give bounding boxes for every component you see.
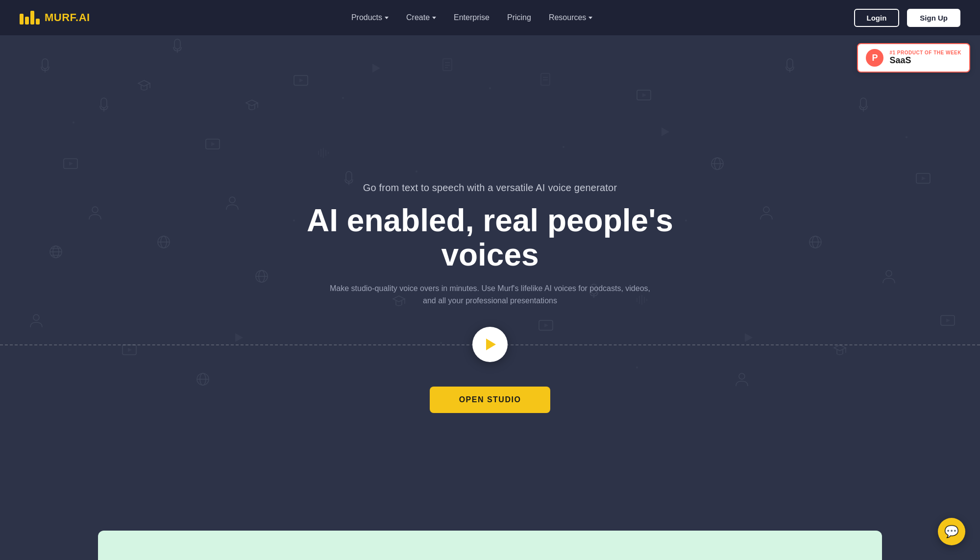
svg-marker-7	[69, 162, 73, 166]
logo-link[interactable]: MURF.AI	[20, 11, 90, 24]
svg-point-46	[711, 158, 723, 170]
svg-marker-35	[922, 176, 926, 180]
chevron-down-icon	[385, 17, 389, 19]
svg-marker-45	[642, 93, 646, 97]
svg-marker-26	[138, 80, 150, 86]
svg-rect-30	[787, 59, 793, 69]
svg-marker-9	[211, 142, 215, 146]
svg-rect-4	[174, 39, 180, 49]
nav-label-products: Products	[351, 13, 382, 22]
svg-point-70	[73, 122, 74, 123]
logo-bar-2	[25, 17, 29, 24]
hero-content: Go from text to speech with a versatile …	[0, 182, 980, 413]
ph-badge-bottom: SaaS	[889, 55, 961, 66]
svg-rect-10	[294, 75, 308, 85]
signup-button[interactable]: Sign Up	[907, 9, 960, 27]
nav-item-resources[interactable]: Resources	[549, 13, 592, 22]
logo-icon	[20, 11, 40, 24]
svg-rect-2	[101, 98, 107, 108]
svg-rect-44	[637, 90, 651, 100]
svg-rect-8	[206, 139, 220, 149]
hero-description: Make studio-quality voice overs in minut…	[323, 282, 657, 307]
nav-item-products[interactable]: Products	[351, 13, 389, 22]
play-button[interactable]	[472, 327, 508, 362]
nav-actions: Login Sign Up	[854, 9, 961, 27]
nav-item-enterprise[interactable]: Enterprise	[454, 13, 490, 22]
navbar: MURF.AI Products Create Enterprise Prici…	[0, 0, 980, 35]
login-button[interactable]: Login	[854, 9, 900, 27]
chevron-down-icon	[432, 17, 436, 19]
logo-text: MURF.AI	[45, 11, 90, 24]
hero-section: .ic { fill: none; stroke: #8892a4; strok…	[0, 0, 980, 560]
logo-bar-3	[30, 11, 34, 24]
nav-label-enterprise: Enterprise	[454, 13, 490, 22]
nav-links: Products Create Enterprise Pricing Resou…	[351, 13, 592, 22]
nav-label-resources: Resources	[549, 13, 586, 22]
nav-label-create: Create	[406, 13, 430, 22]
svg-point-67	[563, 146, 564, 148]
ph-badge-top: #1 PRODUCT OF THE WEEK	[889, 50, 961, 55]
chat-icon: 💬	[944, 525, 959, 538]
product-hunt-badge[interactable]: P #1 PRODUCT OF THE WEEK SaaS	[857, 43, 970, 73]
hero-subtitle: Go from text to speech with a versatile …	[363, 182, 617, 194]
hero-title: AI enabled, real people's voices	[294, 203, 686, 272]
logo-bar-1	[20, 14, 24, 24]
nav-label-pricing: Pricing	[507, 13, 531, 22]
svg-marker-74	[372, 64, 380, 73]
svg-point-65	[416, 170, 417, 172]
svg-marker-28	[246, 100, 258, 106]
svg-rect-32	[860, 98, 866, 108]
nav-item-pricing[interactable]: Pricing	[507, 13, 531, 22]
play-icon	[486, 339, 496, 350]
play-section	[0, 327, 980, 362]
svg-point-47	[714, 158, 720, 170]
chat-button[interactable]: 💬	[938, 518, 965, 545]
ph-text-block: #1 PRODUCT OF THE WEEK SaaS	[889, 50, 961, 66]
svg-rect-6	[64, 159, 77, 169]
svg-marker-11	[299, 78, 303, 82]
chevron-down-icon	[588, 17, 592, 19]
svg-marker-75	[662, 127, 669, 136]
ph-logo-letter: P	[872, 53, 878, 63]
svg-point-64	[342, 97, 344, 99]
svg-rect-82	[541, 73, 550, 85]
open-studio-button[interactable]: OPEN STUDIO	[430, 387, 551, 413]
svg-rect-78	[443, 59, 452, 71]
svg-rect-34	[916, 173, 930, 183]
brand-name: MURF	[45, 11, 75, 24]
svg-rect-0	[42, 59, 48, 69]
svg-point-71	[906, 136, 907, 138]
logo-bar-4	[36, 19, 40, 24]
nav-item-create[interactable]: Create	[406, 13, 436, 22]
svg-point-66	[489, 87, 491, 89]
product-hunt-logo: P	[866, 49, 883, 67]
svg-rect-42	[346, 171, 352, 181]
brand-suffix: .AI	[75, 11, 90, 24]
bottom-preview-section	[98, 531, 882, 560]
